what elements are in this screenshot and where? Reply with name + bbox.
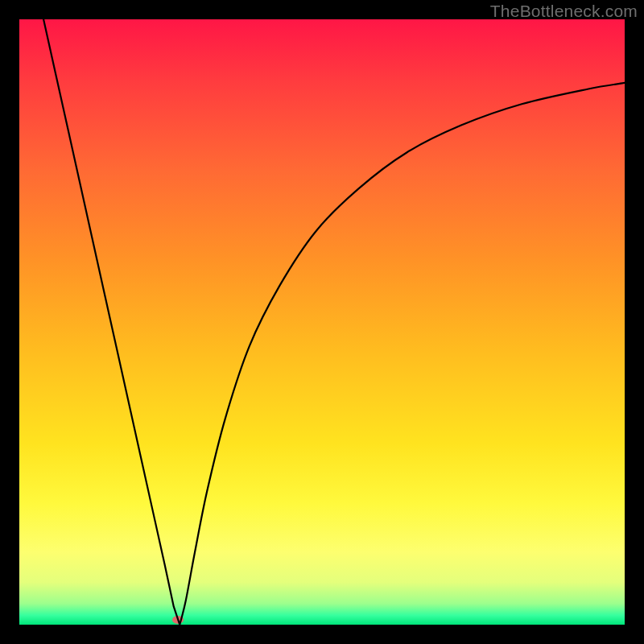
bottleneck-chart bbox=[19, 19, 625, 625]
chart-frame bbox=[19, 19, 625, 625]
watermark-text: TheBottleneck.com bbox=[490, 2, 638, 21]
